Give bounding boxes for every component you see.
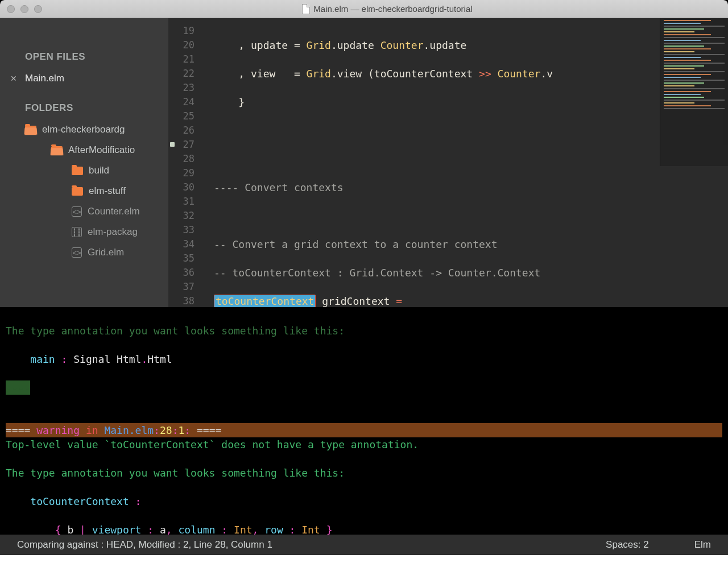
window-title: Main.elm — elm-checkerboardgrid-tutorial (53, 4, 721, 14)
minimap[interactable] (660, 18, 728, 166)
macos-titlebar: Main.elm — elm-checkerboardgrid-tutorial (0, 0, 728, 18)
folder-root[interactable]: elm-checkerboardg (0, 119, 168, 140)
window-title-text: Main.elm — elm-checkerboardgrid-tutorial (313, 4, 472, 14)
folder-icon (51, 146, 63, 155)
code-editor[interactable]: 19 20 21 22 23 24 25 26 27 28 29 30 31 3… (168, 18, 728, 307)
folder-label: elm-stuff (89, 185, 126, 197)
build-output-panel[interactable]: The type annotation you want looks somet… (0, 307, 728, 535)
folder-icon (72, 187, 83, 196)
open-file-name: Main.elm (25, 73, 64, 84)
folder-build[interactable]: build (0, 160, 168, 181)
sidebar: OPEN FILES ✕ Main.elm FOLDERS elm-checke… (0, 18, 168, 307)
folder-icon (25, 126, 36, 134)
code-area[interactable]: , update = Grid.update Counter.update , … (202, 18, 728, 307)
status-spaces[interactable]: Spaces: 2 (606, 539, 649, 551)
elm-file-icon: <> (72, 206, 82, 217)
elm-file-icon: <> (72, 247, 82, 258)
file-counter[interactable]: <> Counter.elm (0, 201, 168, 222)
zoom-window-button[interactable] (34, 5, 42, 13)
close-icon[interactable]: ✕ (10, 74, 18, 83)
status-language[interactable]: Elm (694, 539, 711, 551)
file-label: Counter.elm (88, 206, 140, 217)
folder-label: AfterModificatio (68, 144, 135, 156)
status-left: Comparing against : HEAD, Modified : 2, … (17, 539, 272, 551)
status-bar: Comparing against : HEAD, Modified : 2, … (0, 535, 728, 555)
minimize-window-button[interactable] (20, 5, 28, 13)
traffic-lights (7, 5, 42, 13)
folder-aftermodification[interactable]: AfterModificatio (0, 140, 168, 160)
gutter-mark-icon (170, 142, 175, 147)
file-elm-package[interactable]: ┇┇ elm-packag (0, 222, 168, 242)
folders-heading: FOLDERS (0, 98, 168, 119)
console-line: The type annotation you want looks somet… (6, 325, 345, 337)
file-label: Grid.elm (88, 247, 124, 258)
folder-label: elm-checkerboardg (42, 124, 125, 135)
file-grid[interactable]: <> Grid.elm (0, 242, 168, 263)
highlighted-identifier: toCounterContext (214, 295, 316, 307)
json-file-icon: ┇┇ (72, 227, 82, 237)
open-file-item[interactable]: ✕ Main.elm (0, 68, 168, 89)
image-crop-whitespace (0, 555, 728, 571)
close-window-button[interactable] (7, 5, 15, 13)
line-number-gutter: 19 20 21 22 23 24 25 26 27 28 29 30 31 3… (168, 18, 202, 307)
file-label: elm-packag (88, 226, 138, 238)
folder-elmstuff[interactable]: elm-stuff (0, 181, 168, 201)
open-files-heading: OPEN FILES (0, 47, 168, 68)
folder-label: build (89, 165, 109, 176)
folder-icon (72, 167, 83, 175)
file-icon (302, 4, 310, 14)
